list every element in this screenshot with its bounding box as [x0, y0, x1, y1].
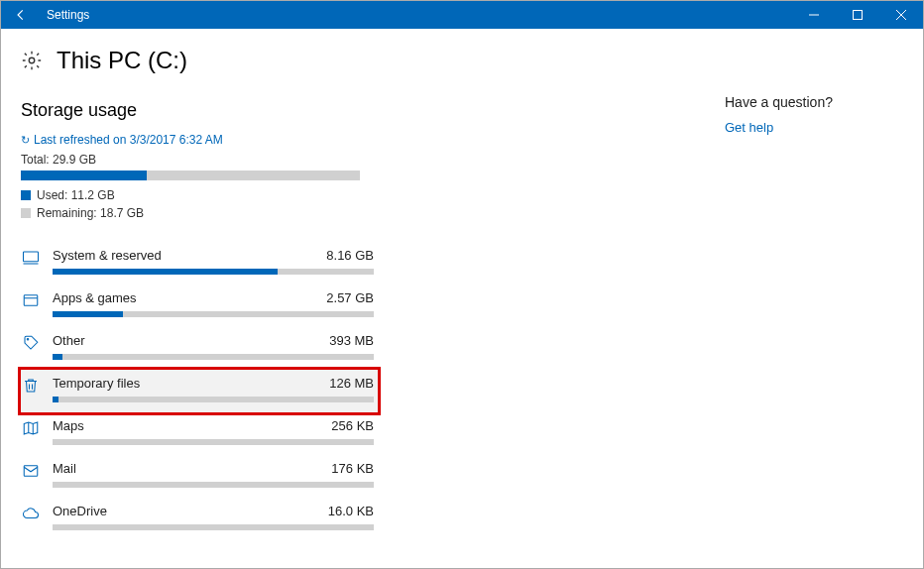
category-bar	[53, 482, 374, 488]
category-bar	[53, 524, 374, 530]
apps-icon	[21, 290, 41, 310]
total-label: Total: 29.9 GB	[21, 153, 695, 167]
svg-point-4	[27, 339, 29, 341]
category-system[interactable]: System & reserved8.16 GB	[21, 242, 378, 284]
refresh-link[interactable]: ↻ Last refreshed on 3/3/2017 6:32 AM	[21, 133, 695, 147]
have-question-heading: Have a question?	[725, 94, 903, 110]
storage-usage-heading: Storage usage	[21, 100, 695, 121]
window-title: Settings	[41, 8, 89, 22]
category-label: Apps & games	[53, 290, 137, 305]
map-icon	[21, 418, 41, 438]
category-mail[interactable]: Mail176 KB	[21, 455, 378, 498]
remaining-swatch	[21, 208, 31, 218]
back-button[interactable]	[1, 1, 41, 29]
refresh-icon: ↻	[21, 134, 30, 147]
category-size: 176 KB	[331, 461, 374, 476]
category-size: 8.16 GB	[326, 248, 374, 263]
category-size: 393 MB	[329, 333, 374, 348]
category-fill	[53, 397, 58, 402]
category-label: System & reserved	[53, 248, 162, 263]
svg-rect-0	[854, 11, 863, 20]
trash-icon	[21, 376, 41, 396]
refresh-text: Last refreshed on 3/3/2017 6:32 AM	[34, 133, 223, 147]
category-bar	[53, 439, 374, 445]
category-size: 16.0 KB	[328, 504, 374, 518]
used-swatch	[21, 190, 31, 200]
category-bar	[53, 354, 374, 360]
category-label: Temporary files	[53, 376, 140, 391]
category-size: 256 KB	[331, 418, 374, 433]
category-label: Mail	[53, 461, 76, 476]
desktop-icon	[21, 248, 41, 268]
category-bar	[53, 269, 374, 275]
cloud-icon	[21, 504, 41, 523]
maximize-button[interactable]	[836, 1, 879, 29]
total-usage-bar	[21, 171, 360, 180]
category-label: Other	[53, 333, 85, 348]
svg-point-1	[29, 57, 35, 63]
svg-rect-3	[24, 295, 38, 306]
category-label: Maps	[53, 418, 84, 433]
svg-rect-5	[24, 466, 38, 477]
page-title: This PC (C:)	[57, 47, 187, 74]
svg-rect-2	[24, 252, 39, 262]
category-fill	[53, 311, 123, 317]
category-size: 2.57 GB	[326, 290, 374, 305]
category-fill	[53, 354, 62, 360]
category-apps[interactable]: Apps & games2.57 GB	[21, 284, 378, 327]
category-bar	[53, 311, 374, 317]
gear-icon	[21, 50, 43, 71]
category-temp[interactable]: Temporary files126 MB	[21, 370, 378, 412]
mail-icon	[21, 461, 41, 481]
minimize-button[interactable]	[792, 1, 836, 29]
category-size: 126 MB	[329, 376, 374, 391]
category-other[interactable]: Other393 MB	[21, 327, 378, 370]
category-label: OneDrive	[53, 504, 107, 518]
remaining-legend: Remaining: 18.7 GB	[21, 206, 695, 220]
tag-icon	[21, 333, 41, 353]
total-usage-fill	[21, 171, 147, 180]
close-button[interactable]	[879, 1, 923, 29]
titlebar: Settings	[1, 1, 923, 29]
category-bar	[53, 397, 374, 402]
category-fill	[53, 269, 278, 275]
get-help-link[interactable]: Get help	[725, 120, 773, 135]
category-maps[interactable]: Maps256 KB	[21, 412, 378, 455]
used-legend: Used: 11.2 GB	[21, 188, 695, 202]
category-onedrive[interactable]: OneDrive16.0 KB	[21, 498, 378, 540]
